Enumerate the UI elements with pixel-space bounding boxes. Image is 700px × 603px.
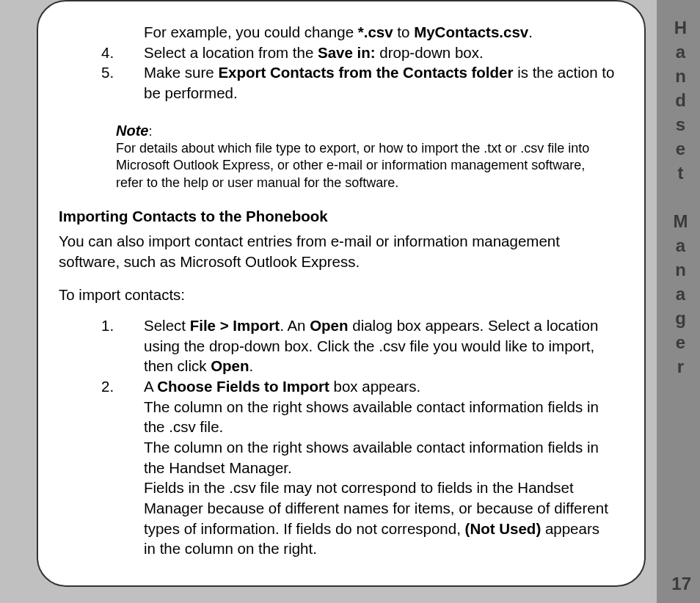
step-text: A Choose Fields to Import box appears. T…	[144, 376, 615, 559]
t: (Not Used)	[465, 520, 542, 537]
line: Fields in the .csv file may not correspo…	[144, 478, 615, 559]
spacer	[101, 22, 144, 43]
note-label: Note	[116, 123, 148, 139]
step-text: Make sure Export Contacts from the Conta…	[144, 62, 615, 103]
t: MyContacts.csv	[414, 23, 528, 40]
section-heading: Importing Contacts to the Phonebook	[59, 206, 615, 227]
step-number: 5.	[101, 62, 144, 103]
step-5: 5. Make sure Export Contacts from the Co…	[101, 62, 615, 103]
step-text: Select File > Import. An Open dialog box…	[144, 315, 615, 376]
t: Open	[211, 357, 249, 374]
page-frame: For example, you could change *.csv to M…	[0, 0, 657, 603]
t: Select a location from the	[144, 44, 318, 61]
example-text: For example, you could change *.csv to M…	[144, 22, 615, 43]
t: box appears.	[329, 378, 420, 395]
content-panel: For example, you could change *.csv to M…	[37, 0, 646, 587]
step-text: Select a location from the Save in: drop…	[144, 43, 615, 63]
side-tab: Handset Manager 17	[657, 0, 700, 603]
t: :	[148, 124, 152, 139]
line: The column on the right shows available …	[144, 437, 615, 478]
t: to	[393, 23, 415, 40]
example-line: For example, you could change *.csv to M…	[101, 22, 615, 43]
t: Save in:	[318, 44, 376, 61]
t: Select	[144, 317, 190, 334]
import-step-2: 2. A Choose Fields to Import box appears…	[101, 376, 615, 559]
step-number: 1.	[101, 315, 144, 376]
page-number: 17	[671, 574, 691, 594]
t: Open	[310, 317, 348, 334]
line: The column on the right shows available …	[144, 397, 615, 437]
t: drop-down box.	[376, 44, 484, 61]
t: *.csv	[358, 23, 393, 40]
t: . An	[280, 317, 310, 334]
t: For example, you could change	[144, 23, 358, 40]
side-tab-label: Handset Manager	[670, 18, 690, 381]
t: Make sure	[144, 64, 218, 81]
intro-paragraph: You can also import contact entries from…	[59, 231, 615, 271]
t: A	[144, 378, 157, 395]
t: .	[528, 23, 533, 40]
t: Export Contacts from the Contacts folder	[218, 64, 513, 81]
t: File > Import	[190, 317, 280, 334]
import-step-1: 1. Select File > Import. An Open dialog …	[101, 315, 615, 376]
note-text: For details about which file type to exp…	[116, 140, 615, 191]
note-block: Note: For details about which file type …	[116, 121, 615, 192]
line: A Choose Fields to Import box appears.	[144, 376, 615, 397]
step-number: 4.	[101, 43, 144, 63]
step-number: 2.	[101, 376, 144, 559]
t: Choose Fields to Import	[157, 378, 329, 395]
t: .	[249, 357, 254, 374]
to-import-line: To import contacts:	[59, 285, 615, 305]
step-4: 4. Select a location from the Save in: d…	[101, 43, 615, 63]
